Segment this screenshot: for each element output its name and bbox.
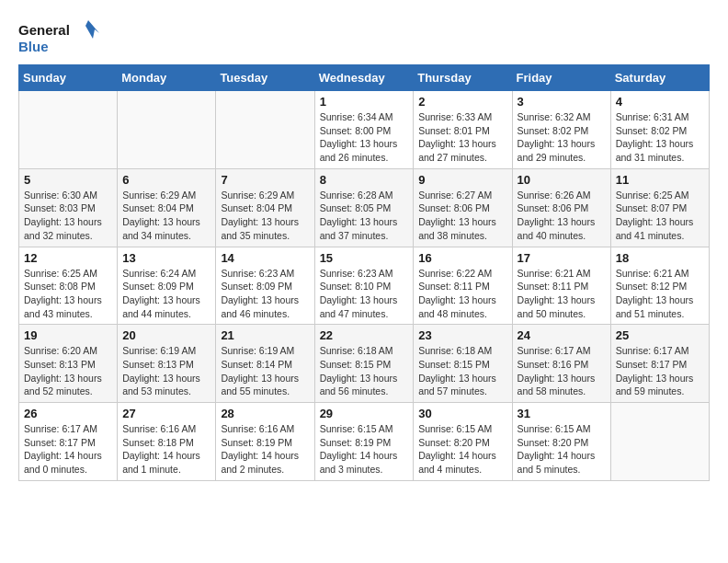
calendar-cell: 14Sunrise: 6:23 AM Sunset: 8:09 PM Dayli… bbox=[216, 247, 314, 325]
calendar-cell: 25Sunrise: 6:17 AM Sunset: 8:17 PM Dayli… bbox=[610, 325, 709, 403]
day-info: Sunrise: 6:16 AM Sunset: 8:18 PM Dayligh… bbox=[122, 422, 210, 477]
svg-marker-1 bbox=[85, 20, 99, 39]
calendar-cell bbox=[118, 91, 216, 169]
day-number: 27 bbox=[122, 407, 210, 420]
day-info: Sunrise: 6:32 AM Sunset: 8:02 PM Dayligh… bbox=[518, 110, 606, 165]
day-info: Sunrise: 6:34 AM Sunset: 8:00 PM Dayligh… bbox=[320, 110, 409, 165]
weekday-header: Wednesday bbox=[314, 65, 414, 91]
weekday-header: Thursday bbox=[414, 65, 512, 91]
day-number: 31 bbox=[518, 407, 606, 420]
calendar-cell: 13Sunrise: 6:24 AM Sunset: 8:09 PM Dayli… bbox=[118, 247, 216, 325]
calendar-cell: 4Sunrise: 6:31 AM Sunset: 8:02 PM Daylig… bbox=[610, 91, 709, 169]
calendar-cell: 20Sunrise: 6:19 AM Sunset: 8:13 PM Dayli… bbox=[118, 325, 216, 403]
calendar-cell: 8Sunrise: 6:28 AM Sunset: 8:05 PM Daylig… bbox=[314, 168, 414, 247]
day-number: 6 bbox=[122, 173, 210, 187]
day-number: 4 bbox=[616, 95, 704, 109]
day-number: 3 bbox=[518, 95, 606, 109]
day-number: 26 bbox=[24, 407, 112, 420]
day-number: 8 bbox=[320, 173, 409, 187]
day-info: Sunrise: 6:15 AM Sunset: 8:20 PM Dayligh… bbox=[518, 422, 606, 477]
calendar-cell: 16Sunrise: 6:22 AM Sunset: 8:11 PM Dayli… bbox=[414, 247, 512, 325]
day-info: Sunrise: 6:27 AM Sunset: 8:06 PM Dayligh… bbox=[418, 189, 506, 243]
day-number: 25 bbox=[616, 328, 704, 342]
svg-text:General: General bbox=[18, 22, 70, 38]
day-info: Sunrise: 6:28 AM Sunset: 8:05 PM Dayligh… bbox=[320, 189, 409, 243]
day-info: Sunrise: 6:25 AM Sunset: 8:07 PM Dayligh… bbox=[616, 189, 704, 243]
logo: General Blue bbox=[18, 18, 101, 55]
day-number: 18 bbox=[616, 251, 704, 265]
calendar-cell: 26Sunrise: 6:17 AM Sunset: 8:17 PM Dayli… bbox=[19, 403, 118, 481]
day-info: Sunrise: 6:16 AM Sunset: 8:19 PM Dayligh… bbox=[221, 422, 309, 477]
day-number: 13 bbox=[122, 251, 210, 265]
calendar-week-row: 5Sunrise: 6:30 AM Sunset: 8:03 PM Daylig… bbox=[19, 168, 710, 247]
day-info: Sunrise: 6:19 AM Sunset: 8:14 PM Dayligh… bbox=[221, 344, 309, 398]
calendar-cell: 1Sunrise: 6:34 AM Sunset: 8:00 PM Daylig… bbox=[314, 91, 414, 169]
calendar-cell: 19Sunrise: 6:20 AM Sunset: 8:13 PM Dayli… bbox=[19, 325, 118, 403]
calendar-cell: 3Sunrise: 6:32 AM Sunset: 8:02 PM Daylig… bbox=[512, 91, 610, 169]
day-info: Sunrise: 6:17 AM Sunset: 8:17 PM Dayligh… bbox=[24, 422, 112, 477]
day-info: Sunrise: 6:25 AM Sunset: 8:08 PM Dayligh… bbox=[24, 267, 112, 321]
weekday-header: Tuesday bbox=[216, 65, 314, 91]
day-info: Sunrise: 6:22 AM Sunset: 8:11 PM Dayligh… bbox=[418, 267, 506, 321]
day-number: 21 bbox=[221, 328, 309, 342]
day-info: Sunrise: 6:18 AM Sunset: 8:15 PM Dayligh… bbox=[320, 344, 409, 398]
day-info: Sunrise: 6:33 AM Sunset: 8:01 PM Dayligh… bbox=[418, 110, 506, 165]
calendar-cell: 6Sunrise: 6:29 AM Sunset: 8:04 PM Daylig… bbox=[118, 168, 216, 247]
day-number: 1 bbox=[320, 95, 409, 109]
page-header: General Blue bbox=[18, 18, 710, 55]
calendar-cell: 9Sunrise: 6:27 AM Sunset: 8:06 PM Daylig… bbox=[414, 168, 512, 247]
day-number: 10 bbox=[518, 173, 606, 187]
calendar-table: SundayMondayTuesdayWednesdayThursdayFrid… bbox=[18, 64, 710, 481]
calendar-cell: 24Sunrise: 6:17 AM Sunset: 8:16 PM Dayli… bbox=[512, 325, 610, 403]
weekday-header: Friday bbox=[512, 65, 610, 91]
day-info: Sunrise: 6:19 AM Sunset: 8:13 PM Dayligh… bbox=[122, 344, 210, 398]
day-info: Sunrise: 6:31 AM Sunset: 8:02 PM Dayligh… bbox=[616, 110, 704, 165]
calendar-cell: 30Sunrise: 6:15 AM Sunset: 8:20 PM Dayli… bbox=[414, 403, 512, 481]
day-info: Sunrise: 6:20 AM Sunset: 8:13 PM Dayligh… bbox=[24, 344, 112, 398]
day-info: Sunrise: 6:15 AM Sunset: 8:20 PM Dayligh… bbox=[418, 422, 506, 477]
weekday-header: Monday bbox=[118, 65, 216, 91]
day-info: Sunrise: 6:29 AM Sunset: 8:04 PM Dayligh… bbox=[221, 189, 309, 243]
calendar-cell: 12Sunrise: 6:25 AM Sunset: 8:08 PM Dayli… bbox=[19, 247, 118, 325]
calendar-week-row: 1Sunrise: 6:34 AM Sunset: 8:00 PM Daylig… bbox=[19, 91, 710, 169]
logo-svg: General Blue bbox=[18, 18, 101, 55]
calendar-cell: 2Sunrise: 6:33 AM Sunset: 8:01 PM Daylig… bbox=[414, 91, 512, 169]
calendar-week-row: 12Sunrise: 6:25 AM Sunset: 8:08 PM Dayli… bbox=[19, 247, 710, 325]
day-info: Sunrise: 6:17 AM Sunset: 8:16 PM Dayligh… bbox=[518, 344, 606, 398]
svg-text:Blue: Blue bbox=[18, 39, 49, 54]
day-info: Sunrise: 6:17 AM Sunset: 8:17 PM Dayligh… bbox=[616, 344, 704, 398]
calendar-cell: 23Sunrise: 6:18 AM Sunset: 8:15 PM Dayli… bbox=[414, 325, 512, 403]
day-number: 28 bbox=[221, 407, 309, 420]
day-number: 2 bbox=[418, 95, 506, 109]
calendar-cell: 18Sunrise: 6:21 AM Sunset: 8:12 PM Dayli… bbox=[610, 247, 709, 325]
day-info: Sunrise: 6:26 AM Sunset: 8:06 PM Dayligh… bbox=[518, 189, 606, 243]
calendar-header-row: SundayMondayTuesdayWednesdayThursdayFrid… bbox=[19, 65, 710, 91]
calendar-cell: 27Sunrise: 6:16 AM Sunset: 8:18 PM Dayli… bbox=[118, 403, 216, 481]
day-number: 12 bbox=[24, 251, 112, 265]
calendar-cell: 5Sunrise: 6:30 AM Sunset: 8:03 PM Daylig… bbox=[19, 168, 118, 247]
calendar-cell: 31Sunrise: 6:15 AM Sunset: 8:20 PM Dayli… bbox=[512, 403, 610, 481]
calendar-cell: 22Sunrise: 6:18 AM Sunset: 8:15 PM Dayli… bbox=[314, 325, 414, 403]
calendar-cell: 17Sunrise: 6:21 AM Sunset: 8:11 PM Dayli… bbox=[512, 247, 610, 325]
calendar-cell bbox=[610, 403, 709, 481]
calendar-week-row: 26Sunrise: 6:17 AM Sunset: 8:17 PM Dayli… bbox=[19, 403, 710, 481]
calendar-cell: 15Sunrise: 6:23 AM Sunset: 8:10 PM Dayli… bbox=[314, 247, 414, 325]
day-info: Sunrise: 6:30 AM Sunset: 8:03 PM Dayligh… bbox=[24, 189, 112, 243]
day-info: Sunrise: 6:21 AM Sunset: 8:11 PM Dayligh… bbox=[518, 267, 606, 321]
day-number: 16 bbox=[418, 251, 506, 265]
day-info: Sunrise: 6:15 AM Sunset: 8:19 PM Dayligh… bbox=[320, 422, 409, 477]
day-number: 23 bbox=[418, 328, 506, 342]
calendar-cell bbox=[19, 91, 118, 169]
calendar-cell: 10Sunrise: 6:26 AM Sunset: 8:06 PM Dayli… bbox=[512, 168, 610, 247]
calendar-cell: 11Sunrise: 6:25 AM Sunset: 8:07 PM Dayli… bbox=[610, 168, 709, 247]
calendar-cell: 7Sunrise: 6:29 AM Sunset: 8:04 PM Daylig… bbox=[216, 168, 314, 247]
day-info: Sunrise: 6:23 AM Sunset: 8:09 PM Dayligh… bbox=[221, 267, 309, 321]
day-number: 14 bbox=[221, 251, 309, 265]
day-info: Sunrise: 6:18 AM Sunset: 8:15 PM Dayligh… bbox=[418, 344, 506, 398]
day-info: Sunrise: 6:24 AM Sunset: 8:09 PM Dayligh… bbox=[122, 267, 210, 321]
day-number: 11 bbox=[616, 173, 704, 187]
day-number: 17 bbox=[518, 251, 606, 265]
day-number: 5 bbox=[24, 173, 112, 187]
day-number: 24 bbox=[518, 328, 606, 342]
day-info: Sunrise: 6:23 AM Sunset: 8:10 PM Dayligh… bbox=[320, 267, 409, 321]
